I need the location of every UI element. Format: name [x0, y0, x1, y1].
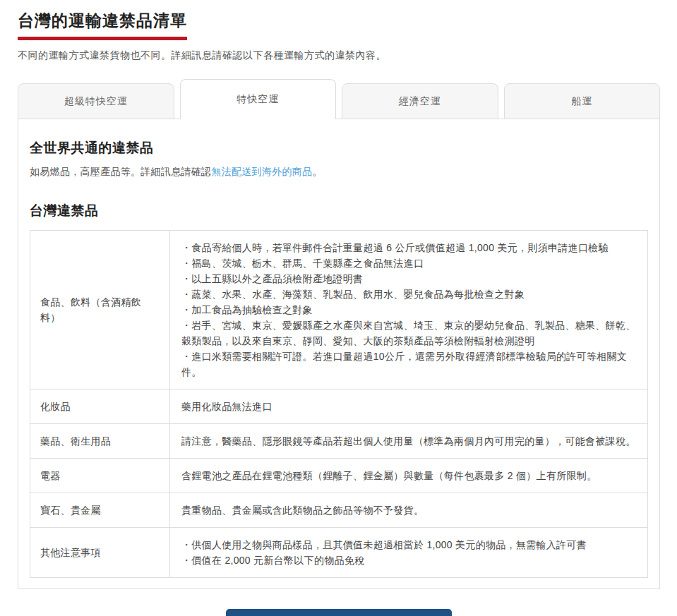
detail-line: 貴重物品、貴金屬或含此類物品之飾品等物不予發貨。 — [181, 502, 636, 518]
detail-cell: ・食品寄給個人時，若單件郵件合計重量超過 6 公斤或價值超過 1,000 美元，… — [170, 231, 648, 389]
page-subtitle: 不同的運輸方式違禁貨物也不同。詳細訊息請確認以下各種運輸方式的違禁內容。 — [18, 49, 660, 62]
detail-line: ・岩手、宮城、東京、愛媛縣產之水產與來自宮城、埼玉、東京的嬰幼兒食品、乳製品、糖… — [181, 318, 636, 349]
table-row: 藥品、衛生用品請注意，醫藥品、隱形眼鏡等產品若超出個人使用量（標準為兩個月內可用… — [30, 424, 648, 459]
detail-line: 請注意，醫藥品、隱形眼鏡等產品若超出個人使用量（標準為兩個月內可用完的量），可能… — [181, 433, 636, 449]
table-row: 化妝品藥用化妝品無法進口 — [30, 389, 648, 424]
category-cell: 食品、飲料（含酒精飲料） — [30, 231, 170, 389]
table-row: 食品、飲料（含酒精飲料）・食品寄給個人時，若單件郵件合計重量超過 6 公斤或價值… — [30, 231, 648, 389]
category-cell: 寶石、貴金屬 — [30, 493, 170, 528]
detail-line: 含鋰電池之產品在鋰電池種類（鋰離子、鋰金屬）與數量（每件包裹最多 2 個）上有所… — [181, 468, 636, 483]
detail-line: ・食品寄給個人時，若單件郵件合計重量超過 6 公斤或價值超過 1,000 美元，… — [181, 240, 636, 255]
global-prohibited-heading: 全世界共通的違禁品 — [30, 139, 648, 157]
desc-text-before-link: 如易燃品，高壓產品等。詳細訊息請確認 — [30, 166, 211, 177]
page-root: 台灣的運輸違禁品清單 不同的運輸方式違禁貨物也不同。詳細訊息請確認以下各種運輸方… — [0, 0, 677, 616]
detail-line: ・蔬菜、水果、水產、海藻類、乳製品、飲用水、嬰兒食品為每批檢查之對象 — [181, 286, 636, 302]
detail-line: 藥用化妝品無法進口 — [181, 399, 636, 414]
prohibited-items-table: 食品、飲料（含酒精飲料）・食品寄給個人時，若單件郵件合計重量超過 6 公斤或價值… — [30, 230, 648, 578]
tab-bar: 超級特快空運特快空運經濟空運船運 — [18, 79, 660, 119]
detail-line: ・進口米類需要相關許可證。若進口量超過10公斤，還需另外取得經濟部標準檢驗局的許… — [181, 349, 636, 380]
category-cell: 化妝品 — [30, 389, 170, 424]
table-row: 其他注意事項・供個人使用之物與商品樣品，且其價值未超過相當於 1,000 美元的… — [30, 528, 648, 578]
category-cell: 其他注意事項 — [30, 528, 170, 578]
tab-sea-freight[interactable]: 船運 — [504, 83, 661, 119]
detail-cell: ・供個人使用之物與商品樣品，且其價值未超過相當於 1,000 美元的物品，無需輸… — [170, 528, 648, 578]
detail-cell: 貴重物品、貴金屬或含此類物品之飾品等物不予發貨。 — [170, 493, 648, 528]
detail-cell: 請注意，醫藥品、隱形眼鏡等產品若超出個人使用量（標準為兩個月內可用完的量），可能… — [170, 424, 648, 459]
table-row: 電器含鋰電池之產品在鋰電池種類（鋰離子、鋰金屬）與數量（每件包裹最多 2 個）上… — [30, 459, 648, 493]
detail-line: ・加工食品為抽驗檢查之對象 — [181, 302, 636, 318]
detail-line: ・以上五縣以外之產品須檢附產地證明書 — [181, 271, 636, 286]
detail-cell: 藥用化妝品無法進口 — [170, 389, 648, 424]
detail-line: ・供個人使用之物與商品樣品，且其價值未超過相當於 1,000 美元的物品，無需輸… — [181, 537, 636, 552]
table-row: 寶石、貴金屬貴重物品、貴金屬或含此類物品之飾品等物不予發貨。 — [30, 493, 648, 528]
category-cell: 藥品、衛生用品 — [30, 424, 170, 459]
tab-express-air[interactable]: 特快空運 — [180, 79, 337, 119]
undeliverable-items-link[interactable]: 無法配送到海外的商品 — [211, 166, 312, 177]
taiwan-prohibited-heading: 台灣違禁品 — [30, 202, 648, 220]
prohibited-table-body: 食品、飲料（含酒精飲料）・食品寄給個人時，若單件郵件合計重量超過 6 公斤或價值… — [30, 231, 648, 578]
desc-text-after-link: 。 — [312, 166, 322, 177]
tab-super-express-air[interactable]: 超級特快空運 — [18, 83, 174, 119]
global-prohibited-desc: 如易燃品，高壓產品等。詳細訊息請確認無法配送到海外的商品。 — [30, 166, 648, 179]
detail-line: ・價值在 2,000 元新台幣以下的物品免稅 — [181, 552, 636, 568]
detail-cell: 含鋰電池之產品在鋰電池種類（鋰離子、鋰金屬）與數量（每件包裹最多 2 個）上有所… — [170, 459, 648, 493]
tab-panel: 全世界共通的違禁品 如易燃品，高壓產品等。詳細訊息請確認無法配送到海外的商品。 … — [18, 119, 660, 589]
page-title: 台灣的運輸違禁品清單 — [18, 10, 187, 40]
tab-economy-air[interactable]: 經濟空運 — [342, 83, 498, 119]
packing-shipping-button[interactable]: 關於包裝・運送方式 — [226, 609, 452, 616]
detail-line: ・福島、茨城、栃木、群馬、千葉縣產之食品無法進口 — [181, 255, 636, 271]
footer-button-wrap: 關於包裝・運送方式 — [18, 609, 660, 616]
category-cell: 電器 — [30, 459, 170, 493]
